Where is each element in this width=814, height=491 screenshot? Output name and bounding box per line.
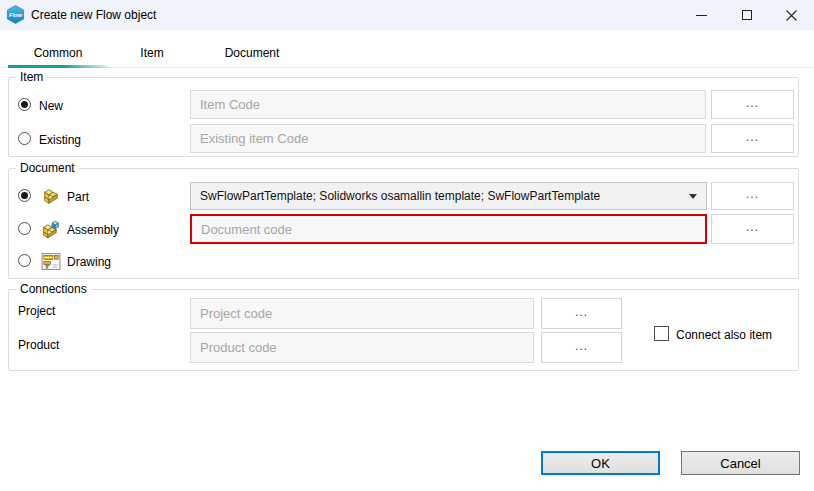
new-item-radio-label: New [39, 99, 63, 113]
tab-bar: Common Item Document [0, 46, 814, 68]
product-browse-button[interactable]: ... [541, 332, 622, 363]
active-tab-indicator [8, 65, 108, 68]
drawing-icon [40, 251, 62, 272]
connect-also-item-label: Connect also item [676, 328, 772, 342]
minimize-button[interactable] [679, 0, 724, 30]
existing-item-radio[interactable] [18, 132, 31, 145]
drawing-radio[interactable] [18, 254, 31, 267]
assembly-radio-label: Assembly [67, 223, 119, 237]
assembly-icon [40, 219, 62, 240]
item-group-label: Item [16, 70, 47, 84]
project-label: Project [18, 304, 55, 318]
minimize-icon [696, 15, 707, 16]
maximize-icon [742, 10, 752, 20]
item-code-browse-button[interactable]: ... [711, 90, 794, 119]
window-controls [679, 0, 814, 30]
tab-separator [0, 67, 814, 68]
existing-item-code-input[interactable] [190, 124, 706, 153]
maximize-button[interactable] [724, 0, 769, 30]
flow-app-icon: Flow [6, 5, 25, 24]
connect-also-item-checkbox[interactable] [654, 326, 669, 341]
part-radio[interactable] [18, 189, 31, 202]
close-button[interactable] [769, 0, 814, 30]
cancel-button[interactable]: Cancel [681, 451, 800, 475]
tab-document[interactable]: Document [196, 46, 308, 66]
product-code-input[interactable] [190, 332, 534, 363]
connections-group-label: Connections [16, 282, 91, 296]
project-code-input[interactable] [190, 298, 534, 329]
create-flow-object-dialog: Flow Create new Flow object Common Item … [0, 0, 814, 491]
dropdown-arrow-icon [689, 194, 697, 199]
template-dropdown[interactable]: SwFlowPartTemplate; Solidworks osamallin… [190, 182, 707, 210]
template-browse-button[interactable]: ... [711, 182, 794, 210]
document-group-label: Document [16, 161, 79, 175]
template-dropdown-value: SwFlowPartTemplate; Solidworks osamallin… [200, 189, 600, 203]
document-code-input[interactable] [190, 214, 707, 244]
tab-item[interactable]: Item [108, 46, 196, 66]
item-code-input[interactable] [190, 90, 706, 119]
ok-button[interactable]: OK [541, 451, 660, 475]
close-icon [786, 10, 797, 21]
project-browse-button[interactable]: ... [541, 298, 622, 329]
svg-text:Flow: Flow [9, 12, 23, 18]
drawing-radio-label: Drawing [67, 255, 111, 269]
document-code-browse-button[interactable]: ... [711, 214, 794, 244]
existing-item-radio-label: Existing [39, 133, 81, 147]
titlebar: Flow Create new Flow object [0, 0, 814, 30]
part-radio-label: Part [67, 190, 89, 204]
window-title: Create new Flow object [31, 8, 156, 22]
assembly-radio[interactable] [18, 222, 31, 235]
product-label: Product [18, 338, 59, 352]
existing-item-code-browse-button[interactable]: ... [711, 124, 794, 153]
part-icon [40, 186, 62, 207]
tab-common[interactable]: Common [8, 46, 108, 66]
new-item-radio[interactable] [18, 98, 31, 111]
